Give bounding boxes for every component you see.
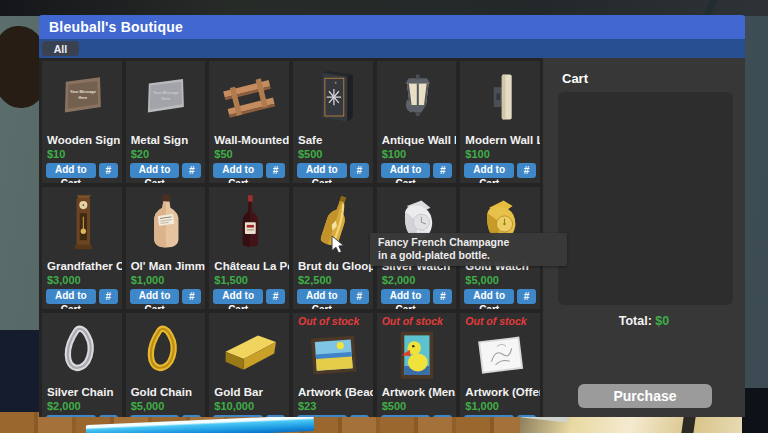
quantity-hash-button[interactable]: #	[433, 415, 452, 417]
add-to-cart-button[interactable]: Add to Cart	[130, 415, 180, 417]
game-world-ceiling	[0, 0, 768, 16]
modern-lamp-icon	[460, 61, 540, 134]
item-price: $5,000	[126, 400, 206, 413]
cart-items-list	[558, 92, 733, 305]
add-to-cart-button[interactable]: Add to Cart	[297, 289, 347, 304]
quantity-hash-button[interactable]: #	[517, 163, 536, 178]
item-name: Artwork (Men...	[377, 386, 457, 400]
svg-text:Here: Here	[162, 95, 171, 100]
quantity-hash-button[interactable]: #	[266, 163, 285, 178]
quantity-hash-button[interactable]: #	[517, 289, 536, 304]
tooltip-line-1: Fancy French Champagne	[378, 236, 567, 249]
item-name: Modern Wall L...	[460, 134, 540, 148]
whiskey-bottle-icon	[126, 187, 206, 260]
add-to-cart-button[interactable]: Add to Cart	[464, 163, 514, 178]
add-to-cart-button[interactable]: Add to Cart	[130, 289, 180, 304]
add-to-cart-button[interactable]: Add to Cart	[213, 163, 263, 178]
wall-rack-icon	[209, 61, 289, 134]
add-to-cart-button[interactable]: Add to Cart	[213, 415, 263, 417]
add-to-cart-button[interactable]: Add to Cart	[297, 163, 347, 178]
quantity-hash-button[interactable]: #	[99, 415, 118, 417]
item-name: Artwork (Beac...	[293, 386, 373, 400]
quantity-hash-button[interactable]: #	[99, 163, 118, 178]
item-price: $50	[209, 148, 289, 161]
shop-window: Bleuball's Boutique All Your Message Her…	[39, 15, 745, 417]
item-price: $5,000	[460, 274, 540, 287]
add-to-cart-button[interactable]: Add to Cart	[46, 415, 96, 417]
item-card-gold-bar: Gold Bar $10,000 Add to Cart#	[209, 313, 289, 417]
purchase-button[interactable]: Purchase	[578, 384, 712, 408]
svg-text:Your Message: Your Message	[70, 89, 97, 94]
out-of-stock-label: Out of stock	[460, 313, 540, 327]
add-to-cart-button[interactable]: Add to Cart	[381, 415, 431, 417]
item-card-safe: Safe $500 Add to Cart#	[293, 61, 373, 183]
add-to-cart-button[interactable]: Add to Cart	[130, 163, 180, 178]
quantity-hash-button[interactable]: #	[182, 163, 201, 178]
item-price: $500	[293, 148, 373, 161]
svg-text:Your Message: Your Message	[153, 90, 180, 95]
quantity-hash-button[interactable]: #	[433, 163, 452, 178]
item-price: $3,000	[42, 274, 122, 287]
safe-icon	[293, 61, 373, 134]
metal-sign-icon: Your Message Here	[126, 61, 206, 134]
tab-all[interactable]: All	[42, 41, 79, 56]
quantity-hash-button[interactable]: #	[517, 415, 536, 417]
quantity-hash-button[interactable]: #	[266, 289, 285, 304]
item-card-gold-chain: Gold Chain $5,000 Add to Cart#	[126, 313, 206, 417]
add-to-cart-button[interactable]: Add to Cart	[297, 415, 347, 417]
quantity-hash-button[interactable]: #	[266, 415, 285, 417]
item-price: $1,000	[126, 274, 206, 287]
item-name: Grandfather Cl...	[42, 260, 122, 274]
item-price: $10,000	[209, 400, 289, 413]
item-price: $1,000	[460, 400, 540, 413]
item-card-wooden-sign: Your Message Here Wooden Sign $10 Add to…	[42, 61, 122, 183]
shop-title: Bleuball's Boutique	[39, 15, 745, 39]
quantity-hash-button[interactable]: #	[350, 289, 369, 304]
artwork-beach-icon	[293, 327, 373, 386]
item-name: Ol' Man Jimmy's	[126, 260, 206, 274]
quantity-hash-button[interactable]: #	[433, 289, 452, 304]
item-name: Château La Pe...	[209, 260, 289, 274]
add-to-cart-button[interactable]: Add to Cart	[213, 289, 263, 304]
add-to-cart-button[interactable]: Add to Cart	[464, 415, 514, 417]
mouse-cursor-icon	[330, 235, 348, 255]
add-to-cart-button[interactable]: Add to Cart	[46, 163, 96, 178]
item-price: $2,000	[42, 400, 122, 413]
item-name: Brut du Gloop	[293, 260, 373, 274]
item-card-wall-mounted-rack: Wall-Mounted ... $50 Add to Cart#	[209, 61, 289, 183]
cart-title: Cart	[562, 71, 745, 86]
game-world-shadow-right	[742, 388, 768, 433]
add-to-cart-button[interactable]: Add to Cart	[46, 289, 96, 304]
item-name: Gold Chain	[126, 386, 206, 400]
artwork-offer-icon	[460, 327, 540, 386]
game-screen: Bleuball's Boutique All Your Message Her…	[0, 0, 768, 433]
add-to-cart-button[interactable]: Add to Cart	[381, 163, 431, 178]
quantity-hash-button[interactable]: #	[182, 415, 201, 417]
cart-panel: Cart Total: $0 Purchase	[543, 58, 745, 417]
add-to-cart-button[interactable]: Add to Cart	[381, 289, 431, 304]
tooltip-line-2: in a gold-plated bottle.	[378, 249, 567, 262]
item-name: Wooden Sign	[42, 134, 122, 148]
silver-chain-icon	[42, 313, 122, 386]
item-card-metal-sign: Your Message Here Metal Sign $20 Add to …	[126, 61, 206, 183]
item-card-artwork-offer: Out of stock Artwork (Offer) $1,00	[460, 313, 540, 417]
item-price: $10	[42, 148, 122, 161]
item-name: Silver Chain	[42, 386, 122, 400]
add-to-cart-button[interactable]: Add to Cart	[464, 289, 514, 304]
quantity-hash-button[interactable]: #	[99, 289, 118, 304]
item-card-artwork-duck: Out of stock Artwork (Men...	[377, 313, 457, 417]
item-price: $20	[126, 148, 206, 161]
antique-lamp-icon	[377, 61, 457, 134]
item-price: $1,500	[209, 274, 289, 287]
quantity-hash-button[interactable]: #	[350, 415, 369, 417]
item-card-whiskey-bottle: Ol' Man Jimmy's $1,000 Add to Cart#	[126, 187, 206, 309]
item-card-antique-wall-lamp: Antique Wall L... $100 Add to Cart#	[377, 61, 457, 183]
cart-total: Total: $0	[543, 314, 745, 328]
item-card-modern-wall-lamp: Modern Wall L... $100 Add to Cart#	[460, 61, 540, 183]
quantity-hash-button[interactable]: #	[182, 289, 201, 304]
quantity-hash-button[interactable]: #	[350, 163, 369, 178]
item-price: $100	[377, 148, 457, 161]
item-name: Gold Bar	[209, 386, 289, 400]
item-card-grandfather-clock: Grandfather Cl... $3,000 Add to Cart#	[42, 187, 122, 309]
item-name: Wall-Mounted ...	[209, 134, 289, 148]
